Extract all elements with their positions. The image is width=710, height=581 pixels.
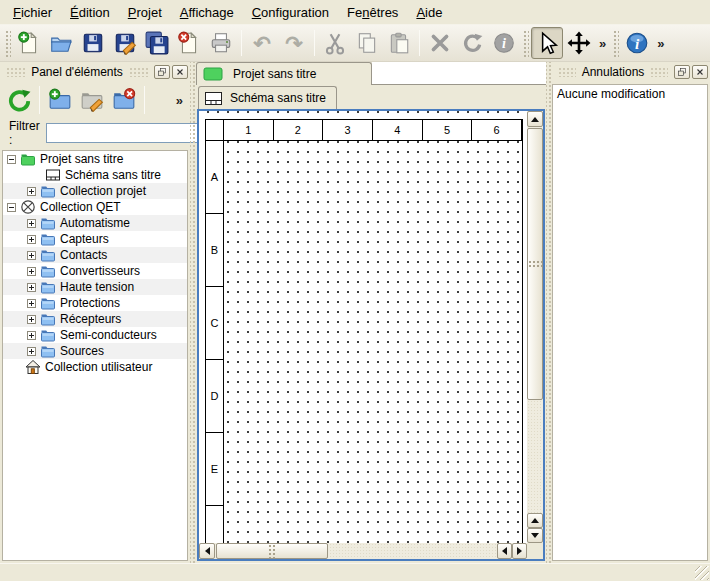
tree-item-r-cepteurs[interactable]: Récepteurs — [3, 311, 187, 327]
tab-schema[interactable]: Schéma sans titre — [198, 86, 337, 109]
collapse-toggle[interactable] — [7, 155, 16, 164]
scroll-down-button[interactable] — [527, 528, 543, 543]
folder-green-icon — [20, 151, 36, 167]
close-file-button[interactable] — [173, 27, 205, 59]
folder-blue-icon — [40, 231, 56, 247]
scroll-left-button-2[interactable] — [497, 543, 512, 559]
menu-aide[interactable]: Aide — [407, 0, 451, 24]
save-all-button[interactable] — [141, 27, 173, 59]
expand-toggle[interactable] — [27, 267, 36, 276]
toolbar-extension-button[interactable]: » — [172, 93, 187, 108]
scroll-up-button[interactable] — [527, 111, 543, 127]
menu-edition[interactable]: Édition — [61, 0, 119, 24]
expand-toggle[interactable] — [27, 315, 36, 324]
dock-handle-texture[interactable] — [558, 67, 576, 77]
float-panel-button[interactable] — [154, 65, 170, 79]
vertical-scroll-thumb[interactable] — [527, 128, 543, 400]
tree-item-haute-tension[interactable]: Haute tension — [3, 279, 187, 295]
delete-category-button[interactable] — [108, 84, 140, 116]
cut-button[interactable] — [319, 27, 351, 59]
new-document-button[interactable] — [13, 27, 45, 59]
menu-fenetres[interactable]: Fenêtres — [338, 0, 407, 24]
info-blue-button[interactable]: i — [621, 27, 653, 59]
dock-handle-texture[interactable] — [129, 67, 148, 77]
redo-button[interactable]: ↷ — [278, 27, 310, 59]
move-mode-button[interactable] — [563, 27, 595, 59]
new-category-button[interactable] — [44, 84, 76, 116]
menu-fichier[interactable]: Fichier — [4, 0, 61, 24]
tree-item-semi-conducteurs[interactable]: Semi-conducteurs — [3, 327, 187, 343]
expand-toggle[interactable] — [27, 331, 36, 340]
rotate-button[interactable] — [456, 27, 488, 59]
expand-toggle[interactable] — [27, 347, 36, 356]
close-panel-button[interactable] — [172, 65, 188, 79]
tree-item-label: Protections — [60, 296, 120, 310]
filter-input[interactable] — [46, 123, 209, 143]
info-gray-button[interactable]: i — [488, 27, 520, 59]
toolbar-handle[interactable] — [612, 29, 619, 57]
toolbar-extension-button[interactable]: » — [595, 36, 610, 51]
paste-button[interactable] — [383, 27, 415, 59]
expand-toggle[interactable] — [27, 299, 36, 308]
undo-history-item[interactable]: Aucune modification — [553, 85, 707, 103]
tree-item-sources[interactable]: Sources — [3, 343, 187, 359]
float-panel-button[interactable] — [674, 65, 690, 79]
print-button[interactable] — [205, 27, 237, 59]
expand-toggle[interactable] — [27, 187, 36, 196]
folder-delete-icon — [112, 88, 136, 112]
collapse-toggle[interactable] — [7, 203, 16, 212]
tree-item-contacts[interactable]: Contacts — [3, 247, 187, 263]
menu-configuration[interactable]: Configuration — [243, 0, 338, 24]
expand-toggle[interactable] — [27, 283, 36, 292]
save-button[interactable] — [77, 27, 109, 59]
schema-sheet-icon — [45, 167, 61, 183]
tree-item-collection-projet[interactable]: Collection projet — [3, 183, 187, 199]
tree-item-collection-utilisateur[interactable]: Collection utilisateur — [3, 359, 187, 375]
left-arrow-icon — [205, 547, 210, 555]
left-arrow-icon — [502, 547, 507, 555]
tree-item-collection-qet[interactable]: Collection QET — [3, 199, 187, 215]
scroll-up-button-2[interactable] — [527, 513, 543, 528]
copy-button[interactable] — [351, 27, 383, 59]
horizontal-scroll-thumb[interactable] — [216, 543, 328, 559]
thumb-grip — [528, 260, 542, 268]
open-button[interactable] — [45, 27, 77, 59]
delete-button[interactable] — [424, 27, 456, 59]
expand-toggle[interactable] — [27, 219, 36, 228]
horizontal-scroll-track[interactable] — [215, 543, 497, 559]
tree-item-protections[interactable]: Protections — [3, 295, 187, 311]
window-resize-grip[interactable] — [695, 566, 709, 580]
edit-category-button[interactable] — [76, 84, 108, 116]
vertical-scrollbar[interactable] — [527, 111, 543, 543]
close-panel-button[interactable] — [692, 65, 708, 79]
dock-handle-texture[interactable] — [650, 67, 668, 77]
horizontal-scrollbar[interactable] — [199, 543, 527, 559]
info-gray-icon: i — [492, 31, 516, 55]
menu-projet[interactable]: Projet — [119, 0, 171, 24]
expand-toggle[interactable] — [27, 235, 36, 244]
tree-item-convertisseurs[interactable]: Convertisseurs — [3, 263, 187, 279]
house-icon — [25, 359, 41, 375]
tree-item-sch-ma-sans-titre[interactable]: Schéma sans titre — [3, 167, 187, 183]
toolbar-extension-button[interactable]: » — [653, 36, 668, 51]
toolbar-handle[interactable] — [522, 29, 529, 57]
folder-blue-icon — [40, 343, 56, 359]
vertical-scroll-track[interactable] — [527, 127, 543, 513]
toolbar-handle[interactable] — [4, 29, 11, 57]
select-mode-button[interactable] — [531, 27, 563, 59]
save-as-button[interactable] — [109, 27, 141, 59]
undo-button[interactable]: ↶ — [246, 27, 278, 59]
reload-collections-button[interactable] — [3, 84, 35, 116]
scroll-left-button[interactable] — [199, 543, 215, 559]
scroll-right-button[interactable] — [512, 543, 527, 559]
tree-item-projet-sans-titre[interactable]: Projet sans titre — [3, 151, 187, 167]
expand-toggle[interactable] — [27, 251, 36, 260]
close-icon — [695, 67, 705, 77]
menu-affichage[interactable]: Affichage — [171, 0, 243, 24]
tree-item-capteurs[interactable]: Capteurs — [3, 231, 187, 247]
schema-canvas[interactable]: 123456 ABCDE — [199, 111, 527, 543]
dock-handle-texture[interactable] — [6, 67, 25, 77]
tree-item-automatisme[interactable]: Automatisme — [3, 215, 187, 231]
tab-project[interactable]: Projet sans titre — [196, 62, 372, 85]
restore-icon — [677, 67, 687, 77]
